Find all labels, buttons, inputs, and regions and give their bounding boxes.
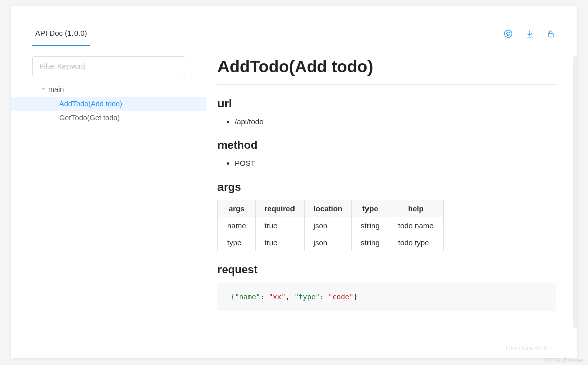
cell: string bbox=[352, 234, 389, 251]
footer-version: Gin-Docs v0.0.1 bbox=[506, 344, 553, 352]
download-icon[interactable] bbox=[525, 29, 535, 41]
table-row: type true json string todo type bbox=[218, 234, 444, 251]
col-args: args bbox=[218, 200, 256, 217]
page-title: AddTodo(Add todo) bbox=[217, 57, 556, 85]
cell: json bbox=[304, 234, 352, 251]
section-heading-url: url bbox=[217, 97, 556, 110]
tree-group-main[interactable]: main bbox=[11, 82, 206, 97]
args-table: args required location type help name tr… bbox=[217, 200, 444, 251]
lock-icon[interactable] bbox=[546, 29, 556, 41]
filter-input[interactable] bbox=[32, 56, 185, 76]
sidebar: main AddTodo(Add todo) GetTodo(Get todo) bbox=[11, 46, 206, 358]
url-list: /api/todo bbox=[217, 116, 556, 127]
tab-api-doc[interactable]: API Doc (1.0.0) bbox=[32, 29, 90, 46]
table-header-row: args required location type help bbox=[218, 200, 444, 217]
cell: json bbox=[304, 217, 352, 234]
cell: todo name bbox=[389, 217, 443, 234]
tree-item-gettodo[interactable]: GetTodo(Get todo) bbox=[11, 111, 206, 125]
watermark: CSDN @kwkwc bbox=[545, 357, 584, 363]
svg-rect-1 bbox=[548, 33, 553, 37]
topbar-actions bbox=[503, 29, 556, 46]
col-required: required bbox=[255, 200, 304, 217]
cell: todo type bbox=[389, 234, 443, 251]
table-row: name true json string todo name bbox=[218, 217, 444, 234]
col-type: type bbox=[352, 200, 389, 217]
tree-group-label: main bbox=[48, 85, 64, 94]
caret-down-icon bbox=[41, 88, 45, 90]
cell: true bbox=[255, 217, 304, 234]
url-value: /api/todo bbox=[235, 116, 556, 127]
app-card: API Doc (1.0.0) main AddTo bbox=[11, 6, 577, 358]
topbar: API Doc (1.0.0) bbox=[11, 6, 577, 46]
cell: true bbox=[255, 234, 304, 251]
refresh-icon[interactable] bbox=[503, 29, 513, 41]
api-tree: main AddTodo(Add todo) GetTodo(Get todo) bbox=[11, 82, 206, 125]
cell: name bbox=[218, 217, 256, 234]
method-value: POST bbox=[235, 158, 556, 168]
method-list: POST bbox=[217, 158, 556, 168]
cell: string bbox=[352, 217, 389, 234]
section-heading-args: args bbox=[217, 180, 556, 194]
section-heading-method: method bbox=[217, 139, 556, 152]
body: main AddTodo(Add todo) GetTodo(Get todo)… bbox=[11, 46, 577, 358]
section-heading-request: request bbox=[217, 263, 556, 277]
cell: type bbox=[218, 234, 256, 251]
request-body: {"name": "xx", "type": "code"} bbox=[217, 283, 556, 311]
content: AddTodo(Add todo) url /api/todo method P… bbox=[206, 46, 577, 358]
col-location: location bbox=[304, 200, 352, 217]
tree-item-addtodo[interactable]: AddTodo(Add todo) bbox=[11, 97, 206, 111]
col-help: help bbox=[389, 200, 443, 217]
scrollbar[interactable] bbox=[573, 56, 577, 328]
svg-point-0 bbox=[505, 30, 512, 38]
